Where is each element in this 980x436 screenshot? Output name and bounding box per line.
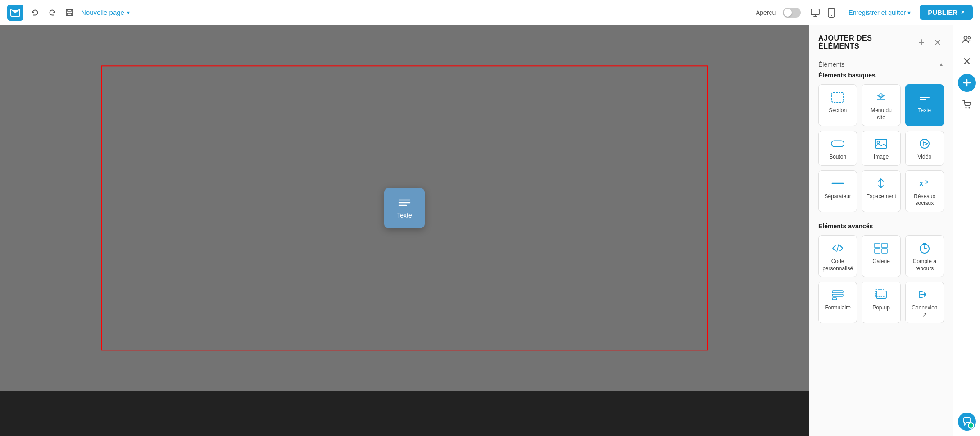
add-element-button[interactable] xyxy=(958,74,976,92)
video-icon xyxy=(917,137,932,150)
undo-button[interactable] xyxy=(28,5,42,20)
reseaux-sociaux-icon: X xyxy=(917,177,932,190)
publish-button[interactable]: PUBLIER ↗ xyxy=(920,5,973,20)
basiques-title: Éléments basiques xyxy=(818,72,944,79)
panel-header-actions xyxy=(915,36,944,49)
canvas-area: Texte xyxy=(0,25,809,436)
svg-rect-22 xyxy=(831,141,844,147)
element-card-espacement[interactable]: Espacement xyxy=(862,170,900,212)
element-card-code-perso[interactable]: Code personnalisé xyxy=(818,235,857,277)
device-icons xyxy=(808,5,839,20)
save-quit-button[interactable]: Enregistrer et quitter ▾ xyxy=(844,6,915,19)
svg-point-17 xyxy=(880,94,882,96)
people-icon-button[interactable] xyxy=(958,31,976,49)
canvas-content: Texte xyxy=(0,25,809,436)
connexion-icon xyxy=(917,288,932,301)
svg-rect-3 xyxy=(67,13,72,15)
popup-icon xyxy=(874,288,888,301)
right-panel: AJOUTER DES ÉLÉMENTS xyxy=(809,25,953,436)
espacement-label: Espacement xyxy=(866,193,896,200)
bouton-label: Bouton xyxy=(829,154,846,161)
svg-marker-26 xyxy=(923,142,928,145)
element-card-image[interactable]: Image xyxy=(862,131,900,166)
save-icon-button[interactable] xyxy=(62,5,77,20)
element-card-popup[interactable]: Pop-up xyxy=(862,282,900,323)
element-card-separateur[interactable]: Séparateur xyxy=(818,170,857,212)
cart-icon-button[interactable] xyxy=(958,95,976,114)
section-divider xyxy=(818,216,944,216)
video-label: Vidéo xyxy=(918,154,931,161)
image-icon xyxy=(874,137,888,150)
canvas-section[interactable]: Texte xyxy=(0,25,809,391)
far-right-sidebar xyxy=(953,25,980,436)
main-area: Texte AJOUTER DES ÉLÉMENTS xyxy=(0,25,980,436)
svg-point-49 xyxy=(968,107,970,109)
svg-point-48 xyxy=(965,107,966,109)
svg-rect-34 xyxy=(882,249,887,253)
element-card-galerie[interactable]: Galerie xyxy=(862,235,900,277)
svg-point-24 xyxy=(877,141,880,144)
svg-point-8 xyxy=(831,15,832,16)
image-label: Image xyxy=(874,154,889,161)
element-card-video[interactable]: Vidéo xyxy=(905,131,944,166)
topbar: Nouvelle page ▾ Aperçu Enr xyxy=(0,0,980,25)
formulaire-label: Formulaire xyxy=(825,304,850,312)
element-card-section[interactable]: Section xyxy=(818,84,857,126)
save-quit-chevron: ▾ xyxy=(907,9,911,16)
element-card-compte-rebours[interactable]: Compte à rebours xyxy=(905,235,944,277)
desktop-view-button[interactable] xyxy=(808,5,822,20)
avances-grid: Code personnalisé Galerie xyxy=(818,235,944,323)
espacement-icon xyxy=(874,177,888,190)
formulaire-icon xyxy=(830,288,845,301)
svg-rect-2 xyxy=(68,9,71,12)
compte-rebours-icon xyxy=(917,242,932,254)
connexion-label: Connexion ↗ xyxy=(909,304,940,318)
panel-elements-section: Éléments ▲ Éléments basiques Section xyxy=(809,55,953,332)
svg-rect-4 xyxy=(811,9,819,15)
element-card-bouton[interactable]: Bouton xyxy=(818,131,857,166)
close-x-button[interactable] xyxy=(958,52,976,70)
svg-rect-39 xyxy=(832,298,837,300)
svg-rect-37 xyxy=(832,291,843,293)
topbar-center: Aperçu xyxy=(756,5,839,20)
panel-header: AJOUTER DES ÉLÉMENTS xyxy=(809,25,953,55)
redo-button[interactable] xyxy=(45,5,59,20)
svg-line-30 xyxy=(837,245,839,252)
code-perso-icon xyxy=(830,242,845,254)
element-card-reseaux-sociaux[interactable]: X Réseaux sociaux xyxy=(905,170,944,212)
texte-label: Texte xyxy=(918,107,931,114)
panel-close-button[interactable] xyxy=(931,36,944,49)
elements-collapse-button[interactable]: ▲ xyxy=(939,61,944,68)
page-title[interactable]: Nouvelle page ▾ xyxy=(81,9,130,16)
element-card-menu-site[interactable]: Menu du site xyxy=(862,84,900,126)
separateur-icon xyxy=(830,177,845,190)
apercu-toggle[interactable] xyxy=(783,8,801,18)
galerie-label: Galerie xyxy=(872,258,890,265)
separateur-label: Séparateur xyxy=(824,193,851,200)
element-card-texte[interactable]: Texte xyxy=(905,84,944,126)
elements-section-label: Éléments xyxy=(818,61,844,68)
texte-icon xyxy=(917,91,932,104)
compte-rebours-label: Compte à rebours xyxy=(909,258,940,272)
mobile-view-button[interactable] xyxy=(824,5,839,20)
topbar-right: Enregistrer et quitter ▾ PUBLIER ↗ xyxy=(844,5,973,20)
undo-redo-group xyxy=(28,5,77,20)
app-logo[interactable] xyxy=(7,5,23,21)
dragged-text-element[interactable]: Texte xyxy=(384,188,425,228)
panel-elements-header: Éléments ▲ xyxy=(818,55,944,72)
svg-point-42 xyxy=(964,36,967,40)
panel-pin-button[interactable] xyxy=(915,36,928,49)
element-card-connexion[interactable]: Connexion ↗ xyxy=(905,282,944,323)
svg-point-43 xyxy=(968,37,970,39)
dragged-element-label: Texte xyxy=(397,212,412,219)
element-card-formulaire[interactable]: Formulaire xyxy=(818,282,857,323)
reseaux-sociaux-label: Réseaux sociaux xyxy=(909,193,940,207)
chat-badge xyxy=(958,413,976,431)
bouton-icon xyxy=(830,137,845,150)
section-icon xyxy=(830,91,845,104)
code-perso-label: Code personnalisé xyxy=(822,258,853,272)
chat-button[interactable] xyxy=(958,413,976,431)
avances-title: Éléments avancés xyxy=(818,223,944,230)
apercu-label: Aperçu xyxy=(756,9,776,16)
panel-title: AJOUTER DES ÉLÉMENTS xyxy=(818,34,915,50)
